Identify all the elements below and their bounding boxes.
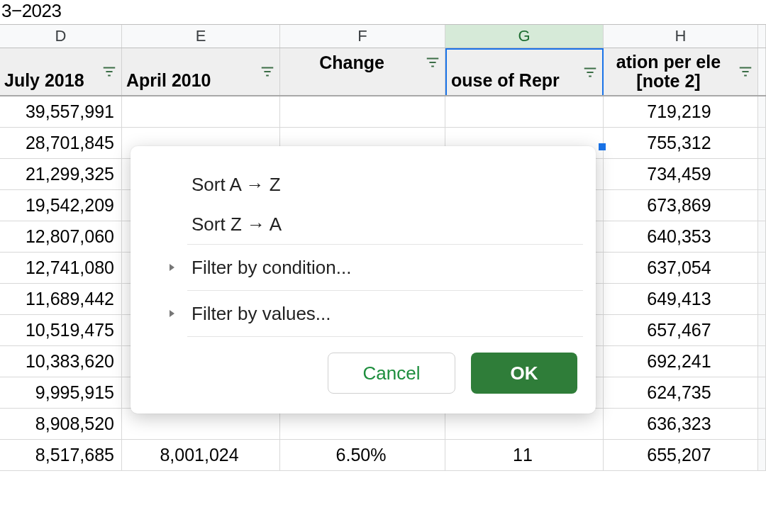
table-row: 39,557,991719,219: [0, 96, 766, 128]
header-cell-house-repr[interactable]: ouse of Repr: [445, 48, 604, 95]
cell-h[interactable]: 719,219: [604, 96, 758, 127]
cell-blank: [758, 284, 766, 314]
cell-d[interactable]: 8,908,520: [0, 409, 122, 439]
title-fragment: 3−2023: [0, 0, 766, 24]
col-header-blank: [758, 25, 766, 48]
cell-blank: [758, 346, 766, 377]
col-header-G[interactable]: G: [445, 25, 604, 48]
header-cell-change[interactable]: Change: [280, 48, 445, 95]
cell-h[interactable]: 657,467: [604, 315, 758, 345]
filter-icon[interactable]: [101, 64, 117, 79]
selection-handle[interactable]: [599, 143, 606, 150]
cell-blank: [758, 315, 766, 345]
filter-icon[interactable]: [425, 55, 440, 70]
popup-button-row: Cancel OK: [131, 337, 596, 394]
cell-f[interactable]: [280, 96, 445, 127]
cancel-button[interactable]: Cancel: [328, 353, 455, 394]
triangle-right-icon: [167, 263, 176, 272]
cell-d[interactable]: 21,299,325: [0, 159, 122, 189]
cell-g[interactable]: [445, 96, 604, 127]
cell-d[interactable]: 28,701,845: [0, 128, 122, 158]
table-row: 8,517,6858,001,0246.50%11655,207: [0, 440, 766, 471]
cell-g[interactable]: 11: [445, 440, 604, 470]
cell-blank: [758, 159, 766, 189]
cell-blank: [758, 190, 766, 221]
cell-blank: [758, 440, 766, 470]
header-cell-april2010[interactable]: April 2010: [122, 48, 280, 95]
header-blank: [758, 48, 766, 95]
cell-blank: [758, 409, 766, 439]
triangle-right-icon: [167, 309, 176, 318]
column-headers-row: D E F G H: [0, 24, 766, 48]
sort-az-option[interactable]: Sort A → Z: [131, 165, 596, 204]
cell-d[interactable]: 9,995,915: [0, 377, 122, 408]
col-header-D[interactable]: D: [0, 25, 122, 48]
cell-f[interactable]: 6.50%: [280, 440, 445, 470]
filter-icon[interactable]: [738, 64, 753, 79]
filter-by-values[interactable]: Filter by values...: [131, 291, 596, 336]
cell-blank: [758, 253, 766, 283]
table-header-row: July 2018 April 2010 Change ouse of Repr…: [0, 48, 766, 96]
filter-vals-label: Filter by values...: [192, 303, 331, 325]
filter-sort-popup: Sort A → Z Sort Z → A Filter by conditio…: [131, 146, 596, 414]
cell-d[interactable]: 12,807,060: [0, 221, 122, 252]
cell-h[interactable]: 637,054: [604, 253, 758, 283]
cell-h[interactable]: 636,323: [604, 409, 758, 439]
header-label: July 2018: [0, 70, 84, 91]
cell-blank: [758, 377, 766, 408]
cell-h[interactable]: 673,869: [604, 190, 758, 221]
cell-h[interactable]: 692,241: [604, 346, 758, 377]
ok-button[interactable]: OK: [471, 353, 577, 394]
filter-by-condition[interactable]: Filter by condition...: [131, 245, 596, 290]
header-label-line1: ation per ele: [616, 52, 721, 72]
cell-h[interactable]: 649,413: [604, 284, 758, 314]
cell-e[interactable]: 8,001,024: [122, 440, 280, 470]
filter-cond-label: Filter by condition...: [192, 257, 351, 279]
cell-h[interactable]: 655,207: [604, 440, 758, 470]
header-cell-per-elec[interactable]: ation per ele [note 2]: [604, 48, 758, 95]
cell-d[interactable]: 12,741,080: [0, 253, 122, 283]
cell-h[interactable]: 755,312: [604, 128, 758, 158]
cell-blank: [758, 221, 766, 252]
spreadsheet-viewport: D E F G H July 2018 April 2010 Change ou…: [0, 24, 766, 471]
header-label: ouse of Repr: [447, 70, 560, 91]
col-header-H[interactable]: H: [604, 25, 758, 48]
header-label: April 2010: [122, 70, 211, 91]
filter-icon[interactable]: [260, 64, 275, 79]
header-cell-july2018[interactable]: July 2018: [0, 48, 122, 95]
cell-h[interactable]: 640,353: [604, 221, 758, 252]
cell-e[interactable]: [122, 96, 280, 127]
cell-d[interactable]: 8,517,685: [0, 440, 122, 470]
cell-blank: [758, 128, 766, 158]
cell-blank: [758, 96, 766, 127]
header-label: Change: [319, 52, 384, 73]
cell-d[interactable]: 19,542,209: [0, 190, 122, 221]
filter-icon[interactable]: [582, 65, 598, 80]
cell-d[interactable]: 11,689,442: [0, 284, 122, 314]
cell-d[interactable]: 39,557,991: [0, 96, 122, 127]
cell-d[interactable]: 10,519,475: [0, 315, 122, 345]
sort-za-option[interactable]: Sort Z → A: [131, 204, 596, 244]
cell-h[interactable]: 624,735: [604, 377, 758, 408]
col-header-F[interactable]: F: [280, 25, 445, 48]
cell-d[interactable]: 10,383,620: [0, 346, 122, 377]
cell-h[interactable]: 734,459: [604, 159, 758, 189]
col-header-E[interactable]: E: [122, 25, 280, 48]
header-label-line2: [note 2]: [636, 72, 700, 92]
